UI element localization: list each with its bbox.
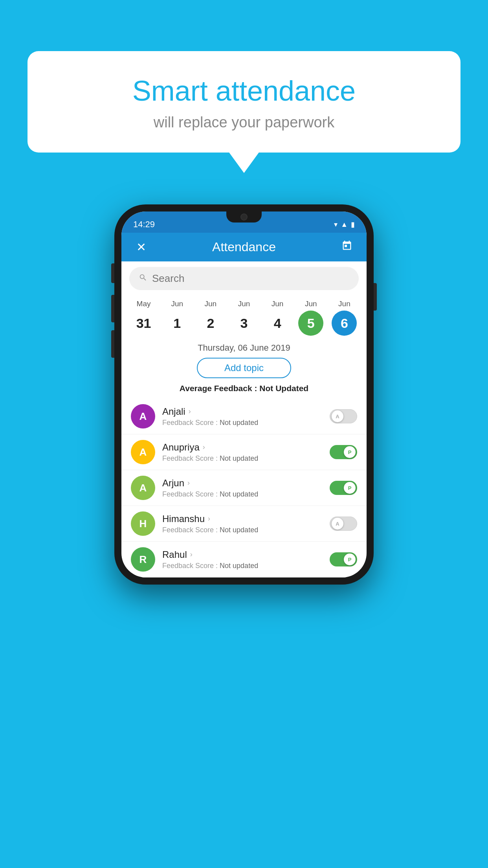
student-name: Anupriya › bbox=[162, 442, 330, 453]
close-button[interactable]: ✕ bbox=[132, 240, 150, 254]
search-icon bbox=[139, 273, 147, 284]
student-feedback: Feedback Score : Not updated bbox=[162, 419, 330, 427]
student-info: Rahul ›Feedback Score : Not updated bbox=[162, 549, 330, 570]
app-bar: ✕ Attendance bbox=[121, 233, 367, 261]
signal-icon: ▲ bbox=[341, 221, 348, 229]
cal-month-label: Jun bbox=[262, 300, 293, 308]
chevron-right-icon: › bbox=[189, 407, 191, 416]
calendar-strip: May31Jun1Jun2Jun3Jun4Jun5Jun6 bbox=[121, 296, 367, 336]
cal-date-number: 2 bbox=[198, 311, 223, 336]
cal-date-number: 4 bbox=[265, 311, 290, 336]
phone-btn-right bbox=[374, 283, 377, 311]
status-icons: ▾ ▲ ▮ bbox=[334, 220, 355, 229]
cal-month-label: Jun bbox=[228, 300, 260, 308]
search-bar[interactable] bbox=[129, 267, 359, 290]
attendance-toggle[interactable]: P bbox=[330, 552, 357, 566]
student-name: Rahul › bbox=[162, 549, 330, 560]
chevron-right-icon: › bbox=[187, 479, 190, 487]
toggle-track: P bbox=[330, 445, 357, 459]
student-row[interactable]: AAnjali ›Feedback Score : Not updatedA bbox=[121, 399, 367, 434]
student-name: Arjun › bbox=[162, 478, 330, 489]
toggle-track: A bbox=[330, 517, 357, 531]
student-feedback: Feedback Score : Not updated bbox=[162, 454, 330, 463]
attendance-toggle[interactable]: P bbox=[330, 445, 357, 459]
toggle-knob: P bbox=[344, 554, 356, 565]
average-feedback: Average Feedback : Not Updated bbox=[121, 384, 367, 393]
student-feedback: Feedback Score : Not updated bbox=[162, 490, 330, 498]
cal-month-label: Jun bbox=[295, 300, 327, 308]
student-avatar: R bbox=[131, 547, 155, 572]
cal-month-label: Jun bbox=[328, 300, 360, 308]
calendar-day[interactable]: Jun2 bbox=[195, 300, 226, 336]
status-time: 14:29 bbox=[133, 219, 155, 230]
cal-date-number: 1 bbox=[165, 311, 190, 336]
chevron-right-icon: › bbox=[208, 515, 210, 523]
student-info: Arjun ›Feedback Score : Not updated bbox=[162, 478, 330, 498]
battery-icon: ▮ bbox=[351, 220, 355, 229]
bubble-title: Smart attendance bbox=[51, 75, 437, 107]
cal-month-label: Jun bbox=[195, 300, 226, 308]
calendar-day[interactable]: Jun3 bbox=[228, 300, 260, 336]
attendance-toggle[interactable]: A bbox=[330, 409, 357, 423]
phone-outer: 14:29 ▾ ▲ ▮ ✕ Attendance bbox=[114, 204, 374, 585]
toggle-track: P bbox=[330, 481, 357, 495]
toggle-knob: P bbox=[344, 446, 356, 458]
wifi-icon: ▾ bbox=[334, 220, 338, 229]
avg-feedback-label: Average Feedback : bbox=[180, 384, 259, 393]
student-feedback: Feedback Score : Not updated bbox=[162, 526, 330, 534]
student-avatar: A bbox=[131, 476, 155, 500]
toggle-knob: A bbox=[332, 410, 343, 422]
speech-bubble: Smart attendance will replace your paper… bbox=[28, 51, 460, 153]
cal-date-number: 6 bbox=[332, 311, 357, 336]
search-input[interactable] bbox=[152, 272, 349, 285]
phone-btn-left-2 bbox=[111, 295, 114, 322]
student-row[interactable]: AAnupriya ›Feedback Score : Not updatedP bbox=[121, 434, 367, 470]
student-info: Anupriya ›Feedback Score : Not updated bbox=[162, 442, 330, 463]
phone-camera bbox=[240, 213, 248, 221]
cal-month-label: Jun bbox=[161, 300, 193, 308]
toggle-track: A bbox=[330, 409, 357, 423]
bubble-subtitle: will replace your paperwork bbox=[51, 114, 437, 131]
speech-bubble-container: Smart attendance will replace your paper… bbox=[28, 51, 460, 153]
attendance-toggle[interactable]: P bbox=[330, 481, 357, 495]
student-avatar: A bbox=[131, 440, 155, 464]
student-row[interactable]: RRahul ›Feedback Score : Not updatedP bbox=[121, 542, 367, 577]
cal-date-number: 3 bbox=[231, 311, 257, 336]
student-row[interactable]: HHimanshu ›Feedback Score : Not updatedA bbox=[121, 506, 367, 542]
student-name: Himanshu › bbox=[162, 513, 330, 524]
phone-wrapper: 14:29 ▾ ▲ ▮ ✕ Attendance bbox=[114, 204, 374, 585]
toggle-knob: P bbox=[344, 482, 356, 494]
student-name: Anjali › bbox=[162, 406, 330, 417]
attendance-toggle[interactable]: A bbox=[330, 517, 357, 531]
cal-date-number: 31 bbox=[131, 311, 156, 336]
phone-btn-left-3 bbox=[111, 330, 114, 358]
chevron-right-icon: › bbox=[203, 443, 205, 451]
calendar-day[interactable]: May31 bbox=[128, 300, 160, 336]
phone-btn-left-1 bbox=[111, 263, 114, 283]
calendar-button[interactable] bbox=[338, 240, 356, 254]
avg-feedback-value: Not Updated bbox=[259, 384, 308, 393]
app-bar-title: Attendance bbox=[150, 240, 338, 254]
phone-screen: 14:29 ▾ ▲ ▮ ✕ Attendance bbox=[121, 211, 367, 577]
toggle-knob: A bbox=[332, 518, 343, 530]
student-info: Anjali ›Feedback Score : Not updated bbox=[162, 406, 330, 427]
calendar-day[interactable]: Jun6 bbox=[328, 300, 360, 336]
cal-month-label: May bbox=[128, 300, 160, 308]
calendar-day[interactable]: Jun5 bbox=[295, 300, 327, 336]
add-topic-button[interactable]: Add topic bbox=[197, 358, 291, 378]
student-row[interactable]: AArjun ›Feedback Score : Not updatedP bbox=[121, 470, 367, 506]
calendar-day[interactable]: Jun1 bbox=[161, 300, 193, 336]
chevron-right-icon: › bbox=[190, 550, 193, 559]
student-avatar: A bbox=[131, 404, 155, 428]
phone-notch bbox=[226, 211, 262, 223]
student-info: Himanshu ›Feedback Score : Not updated bbox=[162, 513, 330, 534]
student-avatar: H bbox=[131, 511, 155, 536]
selected-date: Thursday, 06 June 2019 bbox=[121, 336, 367, 358]
student-feedback: Feedback Score : Not updated bbox=[162, 562, 330, 570]
cal-date-number: 5 bbox=[298, 311, 323, 336]
calendar-day[interactable]: Jun4 bbox=[262, 300, 293, 336]
student-list: AAnjali ›Feedback Score : Not updatedAAA… bbox=[121, 399, 367, 577]
toggle-track: P bbox=[330, 552, 357, 566]
